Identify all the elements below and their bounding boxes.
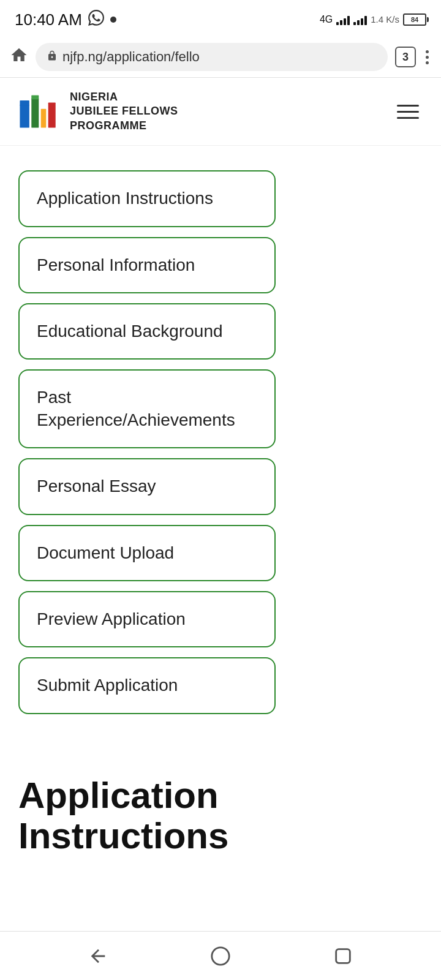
section-title-line1: Application [18,775,423,816]
svg-rect-4 [48,103,56,128]
time-display: 10:40 AM [15,10,82,29]
network-type: 4G [320,14,333,25]
svg-rect-1 [20,100,29,106]
url-bar[interactable]: njfp.ng/application/fello [36,43,388,71]
signal-icon [336,14,350,25]
notification-dot [110,17,116,23]
main-content: Application InstructionsPersonal Informa… [0,146,441,763]
menu-item-application-instructions[interactable]: Application Instructions [18,170,276,227]
svg-rect-7 [336,949,350,963]
menu-item-personal-information[interactable]: Personal Information [18,237,276,293]
menu-item-personal-essay[interactable]: Personal Essay [18,458,276,514]
url-text: njfp.ng/application/fello [62,49,200,65]
bottom-navigation [0,931,441,980]
tab-count[interactable]: 3 [395,47,416,67]
section-title-area: Application Instructions [0,763,441,856]
svg-point-6 [212,947,229,964]
menu-item-educational-background[interactable]: Educational Background [18,303,276,360]
site-header: NIGERIA JUBILEE FELLOWS PROGRAMME [0,78,441,146]
nav-home-button[interactable] [210,946,231,967]
menu-item-document-upload[interactable]: Document Upload [18,525,276,581]
logo-text: NIGERIA JUBILEE FELLOWS PROGRAMME [70,90,178,133]
speed-display: 1.4 K/s [371,14,399,25]
speed-value: 1.4 K/s [371,14,399,25]
battery-icon: 84 [403,13,426,26]
navigation-menu-list: Application InstructionsPersonal Informa… [18,170,423,714]
section-title-line2: Instructions [18,816,423,856]
nav-back-button[interactable] [88,946,108,967]
svg-rect-2 [31,99,39,128]
whatsapp-icon [88,10,104,29]
status-time-area: 10:40 AM [15,10,116,29]
menu-item-submit-application[interactable]: Submit Application [18,657,276,714]
status-bar: 10:40 AM 4G 1.4 K/s 84 [0,0,441,37]
svg-rect-3 [41,109,47,128]
browser-bar: njfp.ng/application/fello 3 [0,37,441,78]
svg-rect-0 [20,105,29,128]
logo-area: NIGERIA JUBILEE FELLOWS PROGRAMME [18,90,178,133]
browser-home-icon[interactable] [10,46,28,69]
browser-menu-icon[interactable] [423,48,431,67]
signal-icon-2 [353,14,367,25]
status-right-icons: 4G 1.4 K/s 84 [320,13,426,26]
lock-icon [47,50,58,64]
menu-item-preview-application[interactable]: Preview Application [18,591,276,647]
svg-rect-5 [31,96,39,100]
hamburger-menu[interactable] [393,101,423,123]
site-logo-icon [18,93,61,130]
nav-recent-button[interactable] [333,946,353,967]
menu-item-past-experience[interactable]: Past Experience/Achievements [18,369,276,448]
